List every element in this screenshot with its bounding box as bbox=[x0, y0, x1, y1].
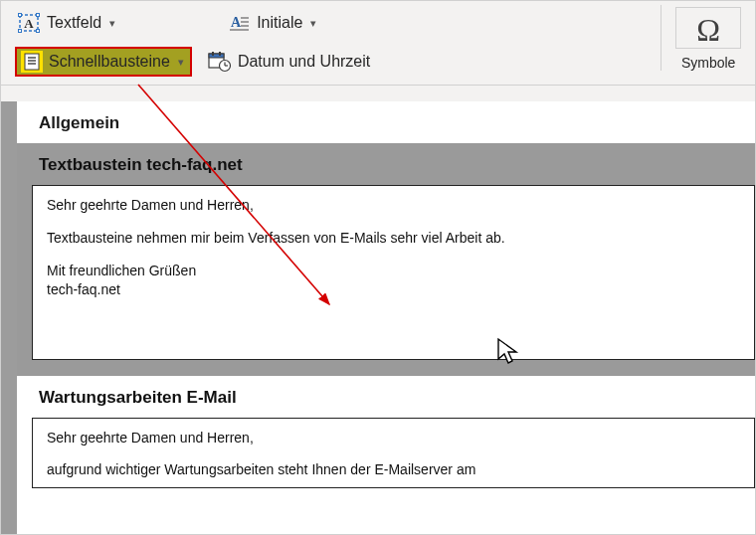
chevron-down-icon: ▾ bbox=[310, 17, 316, 30]
initiale-label: Initiale bbox=[257, 14, 302, 32]
svg-text:A: A bbox=[24, 16, 34, 31]
schnellbausteine-icon bbox=[21, 51, 43, 73]
preview-line: Mit freundlichen Grüßen tech-faq.net bbox=[47, 262, 740, 299]
preview-text: tech-faq.net bbox=[47, 281, 120, 297]
textfeld-button[interactable]: A Textfeld ▾ bbox=[15, 9, 117, 37]
symbols-group-label: Symbole bbox=[675, 55, 741, 71]
schnellbausteine-button[interactable]: Schnellbausteine ▾ bbox=[15, 47, 192, 77]
ribbon-row-1: A Textfeld ▾ A Initia bbox=[5, 7, 751, 39]
svg-rect-11 bbox=[25, 54, 39, 70]
preview-text: Mit freundlichen Grüßen bbox=[47, 263, 196, 278]
chevron-down-icon: ▾ bbox=[178, 56, 184, 69]
preview-line: aufgrund wichtiger Wartungsarbeiten steh… bbox=[47, 460, 740, 479]
schnellbausteine-label: Schnellbausteine bbox=[49, 53, 170, 71]
svg-rect-4 bbox=[19, 30, 22, 33]
gallery-entry[interactable]: Textbaustein tech-faq.net Sehr geehrte D… bbox=[17, 143, 755, 376]
gallery-entry-preview: Sehr geehrte Damen und Herren, aufgrund … bbox=[32, 418, 755, 489]
omega-icon: Ω bbox=[696, 14, 720, 46]
gallery-entry[interactable]: Wartungsarbeiten E-Mail Sehr geehrte Dam… bbox=[17, 376, 755, 489]
preview-line: Sehr geehrte Damen und Herren, bbox=[47, 196, 740, 215]
initiale-icon: A bbox=[227, 11, 251, 35]
gallery-entry-preview: Sehr geehrte Damen und Herren, Textbaust… bbox=[32, 185, 755, 360]
gallery-entry-title: Wartungsarbeiten E-Mail bbox=[17, 376, 755, 418]
svg-text:A: A bbox=[231, 15, 242, 30]
gallery-category-header: Allgemein bbox=[17, 101, 755, 143]
svg-rect-16 bbox=[209, 54, 224, 58]
gallery-entry-preview-wrap: Sehr geehrte Damen und Herren, Textbaust… bbox=[17, 185, 755, 376]
gallery-entry-title: Textbaustein tech-faq.net bbox=[17, 143, 755, 185]
ribbon-row-2: Schnellbausteine ▾ Datum und Uhrzeit bbox=[5, 45, 751, 79]
chevron-down-icon: ▾ bbox=[109, 17, 115, 30]
datum-uhrzeit-button[interactable]: Datum und Uhrzeit bbox=[206, 48, 372, 76]
ribbon: A Textfeld ▾ A Initia bbox=[1, 1, 755, 86]
symbols-group: Ω Symbole bbox=[661, 5, 755, 71]
symbols-button[interactable]: Ω bbox=[675, 7, 741, 49]
initiale-button[interactable]: A Initiale ▾ bbox=[225, 9, 318, 37]
textfeld-label: Textfeld bbox=[47, 14, 101, 32]
svg-rect-2 bbox=[19, 14, 22, 17]
preview-line: Textbausteine nehmen mir beim Verfassen … bbox=[47, 229, 740, 248]
svg-rect-18 bbox=[219, 52, 221, 56]
datum-uhrzeit-icon bbox=[208, 50, 232, 74]
panel-left-strip bbox=[1, 101, 17, 534]
svg-rect-5 bbox=[37, 30, 40, 33]
svg-rect-17 bbox=[212, 52, 214, 56]
datum-uhrzeit-label: Datum und Uhrzeit bbox=[238, 53, 370, 71]
textfeld-icon: A bbox=[17, 11, 41, 35]
svg-rect-3 bbox=[37, 14, 40, 17]
quickparts-gallery: Allgemein Textbaustein tech-faq.net Sehr… bbox=[17, 101, 755, 534]
preview-line: Sehr geehrte Damen und Herren, bbox=[47, 429, 740, 447]
